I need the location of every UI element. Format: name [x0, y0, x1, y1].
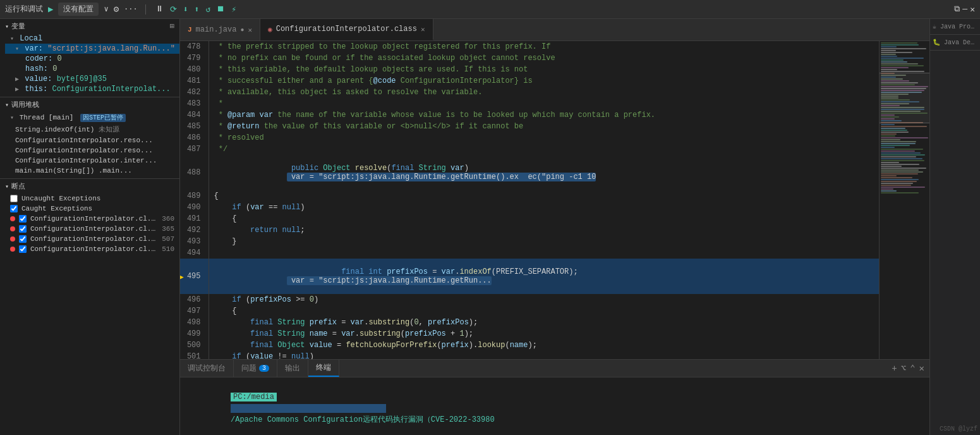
right-panel-java-debug[interactable]: 🐛 Java Debu...: [930, 35, 980, 51]
bp-507-label: ConfigurationInterpolator.cl...: [30, 235, 158, 243]
code-row-478: 478 * the prefix stripped to the lookup …: [180, 41, 879, 52]
pc-label: PC:/media: [231, 393, 277, 401]
variables-section-header[interactable]: ▾ 变量 ⊞: [0, 19, 179, 34]
minimap-line: [881, 113, 928, 114]
tab-debug-console[interactable]: 调试控制台: [180, 360, 234, 377]
tab-main-java-close[interactable]: ✕: [248, 26, 252, 34]
minimap-line: [881, 46, 897, 47]
window-min-button[interactable]: —: [962, 4, 967, 15]
window-tile-button[interactable]: ⧉: [954, 4, 960, 15]
callstack-header[interactable]: ▾ 调用堆栈: [0, 97, 179, 112]
stack-item-3[interactable]: ConfigurationInterpolator.inter...: [0, 156, 179, 166]
minimap-line: [881, 158, 923, 159]
bp-510-checkbox[interactable]: [19, 245, 27, 253]
bp-365-line: 365: [162, 225, 174, 233]
tab-main-java[interactable]: J main.java ● ✕: [180, 19, 260, 40]
toolbar-separator: [145, 4, 146, 15]
left-panel: ▾ 变量 ⊞ ▾ Local ▾ var: "script:js:java.la…: [0, 19, 180, 435]
bp-config-360[interactable]: ConfigurationInterpolator.cl... 360: [0, 214, 179, 224]
bottom-actions: + ⌥ ⌃ ✕: [892, 360, 929, 377]
tree-coder-item[interactable]: coder: 0: [5, 54, 179, 64]
code-row-498: 498 final String prefix = var.substring(…: [180, 317, 879, 328]
tree-this-item[interactable]: ▶ this: ConfigurationInterpolat...: [5, 84, 179, 94]
minimap-line: [881, 82, 918, 83]
stack-item-0[interactable]: String.indexOf(int) 未知源: [0, 123, 179, 135]
line-num-498: 498: [180, 317, 209, 328]
tab-problems[interactable]: 问题 3: [234, 360, 277, 377]
more-icon[interactable]: ···: [124, 5, 138, 14]
right-panel: ☕ Java Proce... 🐛 Java Debu... CSDN @lyz…: [929, 19, 980, 435]
tab-config-class[interactable]: ◉ ConfigurationInterpolator.class ✕: [260, 19, 433, 40]
debug-step-into-icon[interactable]: ⬇: [181, 3, 190, 16]
window-close-button[interactable]: ✕: [970, 4, 975, 15]
close-panel-button[interactable]: ✕: [919, 363, 924, 374]
line-num-478: 478: [180, 41, 209, 52]
bp-uncaught[interactable]: Uncaught Exceptions: [0, 193, 179, 204]
minimap-line: [881, 128, 905, 129]
code-line-501: if (value != null): [209, 351, 879, 359]
code-row-490: 490 if (var == null): [180, 202, 879, 213]
minimap-line: [881, 65, 924, 66]
gear-icon[interactable]: ⚙: [114, 4, 119, 15]
java-icon: J: [188, 26, 192, 34]
right-panel-java-process[interactable]: ☕ Java Proce...: [930, 19, 980, 35]
debug-step-over-icon[interactable]: ⟳: [168, 3, 179, 16]
path-label: [231, 404, 386, 413]
bp-config-507[interactable]: ConfigurationInterpolator.cl... 507: [0, 234, 179, 244]
bp-365-label: ConfigurationInterpolator.cl...: [30, 225, 158, 233]
line-num-493: 493: [180, 236, 209, 247]
tab-terminal[interactable]: 终端: [308, 360, 339, 377]
split-terminal-button[interactable]: ⌥: [901, 363, 906, 374]
stack-item-1[interactable]: ConfigurationInterpolator.reso...: [0, 135, 179, 145]
minimap[interactable]: (function() { const colors = ['#569cd6',…: [879, 41, 929, 359]
add-terminal-button[interactable]: +: [892, 364, 897, 374]
code-line-495: final int prefixPos = var.indexOf(PREFIX…: [209, 259, 879, 294]
bp-360-checkbox[interactable]: [19, 215, 27, 223]
minimap-line: [881, 185, 911, 186]
bp-507-checkbox[interactable]: [19, 235, 27, 243]
breakpoints-header[interactable]: ▾ 断点: [0, 179, 179, 193]
debug-stop-icon[interactable]: ⏹: [215, 3, 227, 15]
stack-item-2[interactable]: ConfigurationInterpolator.reso...: [0, 145, 179, 156]
debug-step-out-icon[interactable]: ⬆: [193, 3, 202, 16]
bp-caught-checkbox[interactable]: [10, 205, 18, 212]
bp-config-365[interactable]: ConfigurationInterpolator.cl... 365: [0, 224, 179, 234]
tree-local-item[interactable]: ▾ Local: [5, 34, 179, 44]
collapse-panel-button[interactable]: ⌃: [910, 363, 915, 374]
minimap-line: [881, 152, 921, 154]
bp-caught[interactable]: Caught Exceptions: [0, 204, 179, 214]
minimap-line: [881, 154, 925, 156]
debug-pause-icon[interactable]: ⏸: [154, 3, 166, 15]
code-line-490: if (var == null): [209, 202, 879, 213]
chevron-down-icon[interactable]: ∨: [104, 4, 108, 14]
tab-output[interactable]: 输出: [277, 360, 308, 377]
minimap-line: [881, 120, 902, 121]
callstack-thread[interactable]: ▾ Thread [main] 因STEP已暂停: [0, 112, 179, 123]
line-num-500: 500: [180, 340, 209, 351]
play-button[interactable]: ▶: [48, 4, 53, 15]
tree-var-item[interactable]: ▾ var: "script:js:java.lang.Run...": [5, 44, 179, 54]
minimap-line: [881, 192, 919, 193]
tab-config-close[interactable]: ✕: [421, 25, 425, 34]
code-line-483: *: [209, 98, 879, 109]
bp-365-checkbox[interactable]: [19, 225, 27, 233]
stack-item-4[interactable]: main.main(String[]) .main...: [0, 166, 179, 176]
terminal-content[interactable]: PC:/media /Apache Commons Configuration远…: [180, 377, 929, 435]
code-line-487: */: [209, 144, 879, 155]
debug-restart-icon[interactable]: ↺: [203, 3, 212, 16]
bp-config-510[interactable]: ConfigurationInterpolator.cl... 510: [0, 244, 179, 254]
minimap-line: [881, 183, 913, 184]
no-config-button[interactable]: 没有配置: [58, 3, 99, 16]
code-line-500: final Object value = fetchLookupForPrefi…: [209, 340, 879, 351]
tree-hash-item[interactable]: hash: 0: [5, 64, 179, 74]
debug-thunder-icon[interactable]: ⚡: [229, 3, 238, 16]
code-editor[interactable]: 478 * the prefix stripped to the lookup …: [180, 41, 879, 359]
tree-value-item[interactable]: ▶ value: byte[69]@35: [5, 74, 179, 84]
code-row-493: 493 }: [180, 236, 879, 247]
bp-uncaught-checkbox[interactable]: [10, 195, 18, 202]
variables-label: 变量: [11, 21, 25, 31]
bp-dot-icon: [10, 247, 15, 252]
variables-action-icon[interactable]: ⊞: [170, 21, 174, 31]
minimap-line: [881, 162, 899, 163]
callstack-arrow: ▾: [5, 101, 9, 109]
